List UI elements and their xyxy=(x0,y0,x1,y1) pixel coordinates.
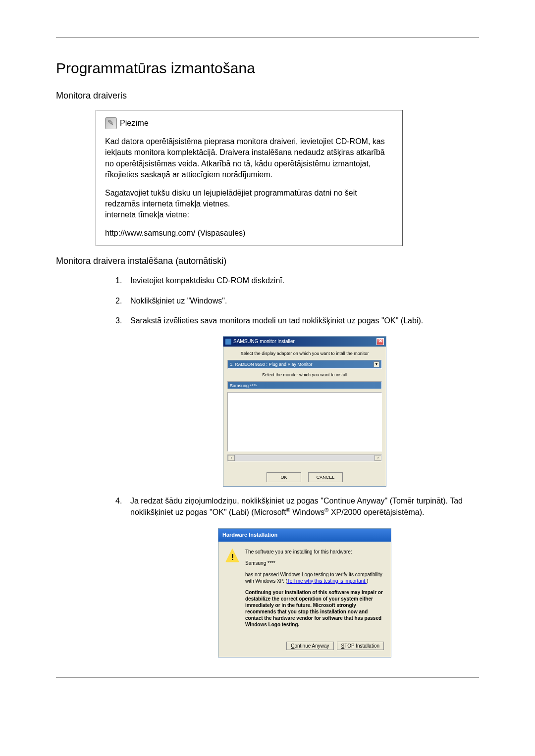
monitor-list[interactable] xyxy=(227,392,382,452)
installer-label-adapter: Select the display adapter on which you … xyxy=(227,351,382,357)
hw-stop-rest: TOP Installation xyxy=(344,643,379,649)
ok-button[interactable]: OK xyxy=(267,472,301,482)
note-box: Piezīme Kad datora operētājsistēma piepr… xyxy=(96,110,403,246)
note-header: Piezīme xyxy=(105,117,393,129)
hw-titlebar: Hardware Installation xyxy=(218,529,391,541)
installer-dialog: SAMSUNG monitor installer ✕ Select the d… xyxy=(223,336,386,487)
hw-p4: Continuing your installation of this sof… xyxy=(245,589,384,628)
hw-link[interactable]: Tell me why this testing is important. xyxy=(287,578,367,584)
installer-label-monitor: Select the monitor which you want to ins… xyxy=(227,372,382,378)
scroll-right-icon[interactable]: › xyxy=(374,455,381,461)
hw-p1: The software you are installing for this… xyxy=(245,549,384,555)
hw-body: The software you are installing for this… xyxy=(218,542,391,638)
adapter-dropdown-text: 1. RADEON 9550 : Plug and Play Monitor xyxy=(230,361,313,368)
step-2: Noklikšķiniet uz "Windows". xyxy=(115,296,479,306)
scroll-left-icon[interactable]: ‹ xyxy=(228,455,235,461)
step-1: Ievietojiet kompaktdisku CD-ROM diskdzin… xyxy=(115,275,479,286)
adapter-dropdown[interactable]: 1. RADEON 9550 : Plug and Play Monitor ▼ xyxy=(227,360,382,369)
hw-cont-rest: ontinue Anyway xyxy=(294,643,329,649)
page-title: Programmatūras izmantošana xyxy=(56,60,479,77)
installer-titlebar-left: SAMSUNG monitor installer xyxy=(225,338,295,345)
section-auto-install: Monitora draivera instalēšana (automātis… xyxy=(56,256,479,266)
reg-1: ® xyxy=(286,507,290,513)
top-rule xyxy=(56,37,479,38)
note-paragraph-2: Sagatavojiet tukšu disku un lejupielādēj… xyxy=(105,188,393,221)
step-4-text-b: Windows xyxy=(290,508,324,517)
continue-anyway-button[interactable]: Continue Anyway xyxy=(286,642,333,650)
note-website-label: interneta tīmekļa vietne: xyxy=(105,210,189,219)
note-p2-text: Sagatavojiet tukšu disku un lejupielādēj… xyxy=(105,189,357,208)
warning-icon xyxy=(225,549,239,562)
scroll-track[interactable] xyxy=(235,455,374,461)
close-icon[interactable]: ✕ xyxy=(376,338,384,345)
stop-installation-button[interactable]: STOP Installation xyxy=(337,642,384,650)
installer-title-icon xyxy=(225,339,231,345)
note-paragraph-1: Kad datora operētājsistēma pieprasa moni… xyxy=(105,136,393,181)
note-icon xyxy=(105,117,117,129)
hw-content: The software you are installing for this… xyxy=(245,549,384,633)
hw-p3: has not passed Windows Logo testing to v… xyxy=(245,571,384,584)
step-4-text-c: XP/2000 operētājsistēma). xyxy=(328,508,424,517)
bottom-rule xyxy=(56,677,479,678)
step-3: Sarakstā izvēlieties sava monitora model… xyxy=(115,315,479,487)
section-monitor-driver: Monitora draiveris xyxy=(56,91,479,101)
cancel-button[interactable]: CANCEL xyxy=(308,472,343,482)
installer-buttons: OK CANCEL xyxy=(223,468,386,486)
step-3-text: Sarakstā izvēlieties sava monitora model… xyxy=(130,316,423,325)
chevron-down-icon[interactable]: ▼ xyxy=(374,361,379,367)
installer-titlebar: SAMSUNG monitor installer ✕ xyxy=(223,337,386,347)
note-url: http://www.samsung.com/ (Vispasaules) xyxy=(105,228,393,239)
monitor-list-selected[interactable]: Samsung **** xyxy=(227,381,382,389)
installer-body: Select the display adapter on which you … xyxy=(223,347,386,468)
hw-p2: Samsung **** xyxy=(245,560,384,566)
hw-p3b: ) xyxy=(367,578,368,584)
hw-dialog: Hardware Installation The software you a… xyxy=(218,528,391,657)
step-4: Ja redzat šādu ziņojumlodziņu, noklikšķi… xyxy=(115,496,479,657)
scrollbar[interactable]: ‹ › xyxy=(227,454,382,461)
steps-list: Ievietojiet kompaktdisku CD-ROM diskdzin… xyxy=(115,275,479,657)
note-label: Piezīme xyxy=(120,119,149,128)
hw-buttons: Continue Anyway STOP Installation xyxy=(218,638,391,657)
installer-title: SAMSUNG monitor installer xyxy=(233,338,295,345)
